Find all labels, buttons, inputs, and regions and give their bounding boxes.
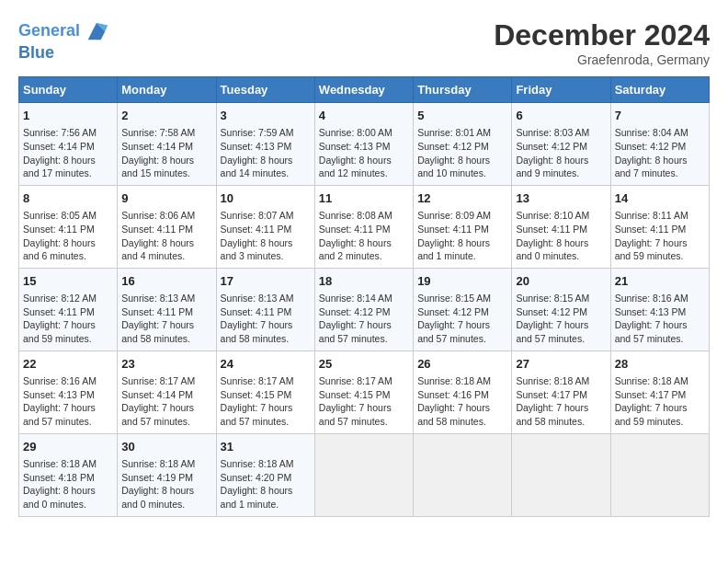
day-info: Sunrise: 8:00 AMSunset: 4:13 PMDaylight:… (319, 127, 392, 178)
day-info: Sunrise: 8:04 AMSunset: 4:12 PMDaylight:… (615, 127, 688, 178)
calendar-cell: 2Sunrise: 7:58 AMSunset: 4:14 PMDaylight… (118, 103, 216, 186)
day-number: 6 (516, 108, 606, 124)
calendar-cell: 14Sunrise: 8:11 AMSunset: 4:11 PMDayligh… (610, 185, 709, 268)
day-info: Sunrise: 8:12 AMSunset: 4:11 PMDaylight:… (23, 293, 97, 344)
calendar-table: SundayMondayTuesdayWednesdayThursdayFrid… (18, 76, 710, 517)
day-info: Sunrise: 8:09 AMSunset: 4:11 PMDaylight:… (417, 210, 491, 261)
calendar-cell: 7Sunrise: 8:04 AMSunset: 4:12 PMDaylight… (610, 103, 709, 186)
weekday-header-wednesday: Wednesday (314, 77, 413, 103)
day-number: 18 (319, 273, 409, 290)
day-info: Sunrise: 8:13 AMSunset: 4:11 PMDaylight:… (121, 293, 195, 344)
day-number: 22 (23, 356, 113, 373)
calendar-cell: 21Sunrise: 8:16 AMSunset: 4:13 PMDayligh… (610, 268, 709, 350)
calendar-cell: 11Sunrise: 8:08 AMSunset: 4:11 PMDayligh… (314, 185, 413, 268)
day-info: Sunrise: 8:05 AMSunset: 4:11 PMDaylight:… (23, 210, 97, 261)
month-title: December 2024 (494, 18, 710, 52)
day-number: 15 (23, 273, 113, 290)
day-number: 4 (319, 108, 409, 124)
calendar-week-row: 15Sunrise: 8:12 AMSunset: 4:11 PMDayligh… (19, 268, 710, 350)
calendar-cell: 22Sunrise: 8:16 AMSunset: 4:13 PMDayligh… (19, 350, 118, 433)
calendar-cell: 31Sunrise: 8:18 AMSunset: 4:20 PMDayligh… (216, 433, 314, 516)
day-info: Sunrise: 7:56 AMSunset: 4:14 PMDaylight:… (23, 127, 97, 178)
calendar-cell: 26Sunrise: 8:18 AMSunset: 4:16 PMDayligh… (414, 350, 512, 433)
day-number: 24 (221, 356, 311, 373)
calendar-cell: 24Sunrise: 8:17 AMSunset: 4:15 PMDayligh… (216, 350, 314, 433)
location: Graefenroda, Germany (494, 52, 710, 67)
calendar-cell: 19Sunrise: 8:15 AMSunset: 4:12 PMDayligh… (414, 268, 512, 350)
day-number: 8 (23, 190, 113, 207)
calendar-cell: 18Sunrise: 8:14 AMSunset: 4:12 PMDayligh… (314, 268, 413, 350)
day-info: Sunrise: 8:18 AMSunset: 4:19 PMDaylight:… (121, 458, 195, 510)
day-number: 3 (221, 108, 311, 124)
day-number: 27 (516, 356, 606, 373)
calendar-header: SundayMondayTuesdayWednesdayThursdayFrid… (19, 77, 710, 103)
calendar-cell: 1Sunrise: 7:56 AMSunset: 4:14 PMDaylight… (19, 103, 118, 186)
day-info: Sunrise: 8:10 AMSunset: 4:11 PMDaylight:… (516, 210, 589, 261)
day-number: 21 (615, 273, 705, 290)
day-info: Sunrise: 8:16 AMSunset: 4:13 PMDaylight:… (23, 375, 97, 427)
calendar-cell (314, 433, 413, 516)
calendar-body: 1Sunrise: 7:56 AMSunset: 4:14 PMDaylight… (19, 103, 710, 517)
weekday-header-saturday: Saturday (610, 77, 709, 103)
day-number: 23 (121, 356, 211, 373)
day-number: 31 (221, 439, 311, 455)
day-info: Sunrise: 8:18 AMSunset: 4:18 PMDaylight:… (23, 458, 97, 510)
day-info: Sunrise: 8:18 AMSunset: 4:17 PMDaylight:… (516, 375, 589, 427)
calendar-cell: 16Sunrise: 8:13 AMSunset: 4:11 PMDayligh… (118, 268, 216, 350)
day-number: 28 (615, 356, 705, 373)
day-number: 26 (417, 356, 507, 373)
calendar-cell: 29Sunrise: 8:18 AMSunset: 4:18 PMDayligh… (19, 433, 118, 516)
day-info: Sunrise: 7:58 AMSunset: 4:14 PMDaylight:… (121, 127, 195, 178)
calendar-cell: 27Sunrise: 8:18 AMSunset: 4:17 PMDayligh… (512, 350, 610, 433)
title-block: December 2024 Graefenroda, Germany (494, 18, 710, 67)
day-info: Sunrise: 8:16 AMSunset: 4:13 PMDaylight:… (615, 293, 688, 344)
calendar-cell: 3Sunrise: 7:59 AMSunset: 4:13 PMDaylight… (216, 103, 314, 186)
day-info: Sunrise: 8:17 AMSunset: 4:15 PMDaylight:… (319, 375, 392, 427)
calendar-cell: 8Sunrise: 8:05 AMSunset: 4:11 PMDaylight… (19, 185, 118, 268)
calendar-cell: 30Sunrise: 8:18 AMSunset: 4:19 PMDayligh… (118, 433, 216, 516)
day-number: 20 (516, 273, 606, 290)
day-number: 5 (417, 108, 507, 124)
calendar-week-row: 22Sunrise: 8:16 AMSunset: 4:13 PMDayligh… (19, 350, 710, 433)
day-info: Sunrise: 8:18 AMSunset: 4:17 PMDaylight:… (615, 375, 688, 427)
logo-text: General (18, 22, 80, 40)
day-info: Sunrise: 7:59 AMSunset: 4:13 PMDaylight:… (221, 127, 294, 178)
day-number: 25 (319, 356, 409, 373)
day-number: 29 (23, 439, 113, 455)
day-number: 16 (121, 273, 211, 290)
day-info: Sunrise: 8:13 AMSunset: 4:11 PMDaylight:… (221, 293, 294, 344)
calendar-cell: 23Sunrise: 8:17 AMSunset: 4:14 PMDayligh… (118, 350, 216, 433)
logo-blue-text: Blue (18, 44, 109, 63)
day-info: Sunrise: 8:18 AMSunset: 4:16 PMDaylight:… (417, 375, 491, 427)
page-header: General Blue December 2024 Graefenroda, … (18, 18, 710, 67)
weekday-header-tuesday: Tuesday (216, 77, 314, 103)
day-info: Sunrise: 8:17 AMSunset: 4:15 PMDaylight:… (221, 375, 294, 427)
day-info: Sunrise: 8:18 AMSunset: 4:20 PMDaylight:… (221, 458, 294, 510)
day-number: 12 (417, 190, 507, 207)
calendar-cell: 6Sunrise: 8:03 AMSunset: 4:12 PMDaylight… (512, 103, 610, 186)
day-info: Sunrise: 8:01 AMSunset: 4:12 PMDaylight:… (417, 127, 491, 178)
day-number: 11 (319, 190, 409, 207)
day-number: 10 (221, 190, 311, 207)
logo-icon (84, 18, 109, 44)
day-info: Sunrise: 8:17 AMSunset: 4:14 PMDaylight:… (121, 375, 195, 427)
day-number: 2 (121, 108, 211, 124)
calendar-cell: 5Sunrise: 8:01 AMSunset: 4:12 PMDaylight… (414, 103, 512, 186)
calendar-cell: 4Sunrise: 8:00 AMSunset: 4:13 PMDaylight… (314, 103, 413, 186)
calendar-cell: 17Sunrise: 8:13 AMSunset: 4:11 PMDayligh… (216, 268, 314, 350)
day-info: Sunrise: 8:11 AMSunset: 4:11 PMDaylight:… (615, 210, 688, 261)
day-number: 7 (615, 108, 705, 124)
calendar-cell: 10Sunrise: 8:07 AMSunset: 4:11 PMDayligh… (216, 185, 314, 268)
day-info: Sunrise: 8:08 AMSunset: 4:11 PMDaylight:… (319, 210, 392, 261)
day-info: Sunrise: 8:14 AMSunset: 4:12 PMDaylight:… (319, 293, 392, 344)
calendar-cell (610, 433, 709, 516)
day-info: Sunrise: 8:07 AMSunset: 4:11 PMDaylight:… (221, 210, 294, 261)
calendar-cell: 13Sunrise: 8:10 AMSunset: 4:11 PMDayligh… (512, 185, 610, 268)
weekday-header-thursday: Thursday (414, 77, 512, 103)
day-number: 13 (516, 190, 606, 207)
calendar-cell: 28Sunrise: 8:18 AMSunset: 4:17 PMDayligh… (610, 350, 709, 433)
calendar-cell: 25Sunrise: 8:17 AMSunset: 4:15 PMDayligh… (314, 350, 413, 433)
calendar-cell (414, 433, 512, 516)
day-info: Sunrise: 8:15 AMSunset: 4:12 PMDaylight:… (516, 293, 589, 344)
day-number: 14 (615, 190, 705, 207)
